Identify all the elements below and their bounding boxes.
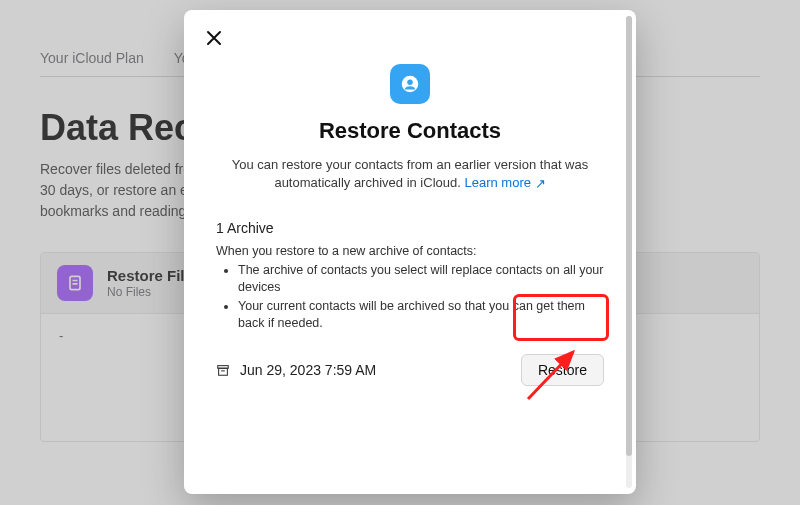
archive-intro-text: When you restore to a new archive of con… <box>216 244 604 258</box>
archive-bullet: The archive of contacts you select will … <box>238 262 604 296</box>
archive-bullet-list: The archive of contacts you select will … <box>216 262 604 332</box>
learn-more-link[interactable]: Learn more ↗ <box>464 175 545 190</box>
archive-row: Jun 29, 2023 7:59 AM Restore <box>216 354 604 386</box>
contacts-app-icon <box>390 64 430 104</box>
external-link-icon: ↗ <box>535 175 546 193</box>
close-icon <box>206 30 222 46</box>
archive-date: Jun 29, 2023 7:59 AM <box>216 362 376 378</box>
close-button[interactable] <box>202 26 226 50</box>
modal-subtitle: You can restore your contacts from an ea… <box>216 156 604 192</box>
svg-rect-7 <box>219 368 228 375</box>
archive-icon <box>216 363 230 377</box>
modal-title: Restore Contacts <box>216 118 604 144</box>
archive-count-heading: 1 Archive <box>216 220 604 236</box>
archive-date-text: Jun 29, 2023 7:59 AM <box>240 362 376 378</box>
archive-bullet: Your current contacts will be archived s… <box>238 298 604 332</box>
modal-subtitle-line: You can restore your contacts from an ea… <box>232 157 588 172</box>
modal-subtitle-line: automatically archived in iCloud. <box>274 175 460 190</box>
restore-button[interactable]: Restore <box>521 354 604 386</box>
modal-scrollbar[interactable] <box>622 16 636 488</box>
restore-contacts-modal: Restore Contacts You can restore your co… <box>184 10 636 494</box>
svg-point-5 <box>407 79 413 85</box>
